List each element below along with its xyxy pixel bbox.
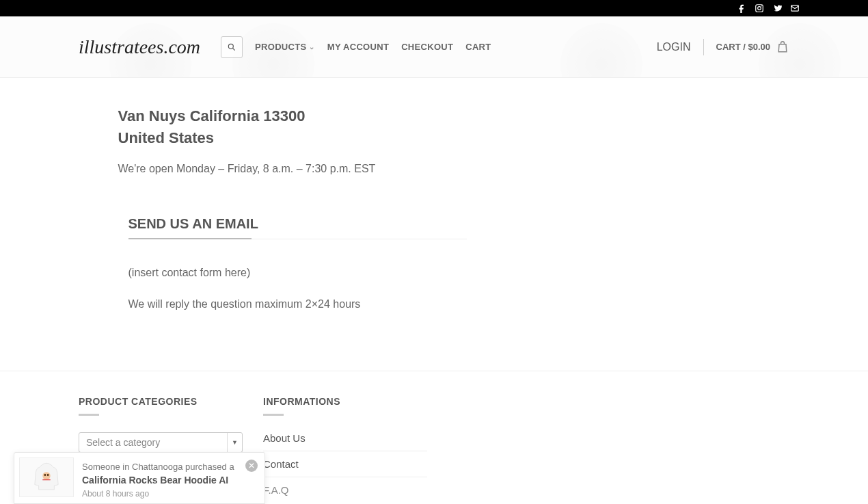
address-line-1: Van Nuys California 13300: [118, 105, 750, 127]
cart-amount: 0.00: [753, 42, 770, 52]
nav-checkout[interactable]: CHECKOUT: [401, 42, 453, 52]
hours-text: We're open Monday – Friday, 8 a.m. – 7:3…: [118, 163, 750, 175]
heading-underline: [263, 414, 284, 416]
search-icon: [227, 42, 236, 52]
info-link-about[interactable]: About Us: [263, 432, 427, 451]
sales-popup-time: About 8 hours ago: [82, 489, 260, 499]
svg-point-6: [42, 472, 50, 479]
address-block: Van Nuys California 13300 United States: [118, 105, 750, 149]
sales-popup-pre: Someone in: [82, 462, 132, 472]
heading-underline: [128, 239, 467, 239]
nav-products-label: PRODUCTS: [255, 42, 306, 52]
topbar: [0, 0, 868, 16]
cart-currency: $: [748, 42, 752, 52]
svg-point-7: [44, 474, 46, 477]
category-select-placeholder: Select a category: [86, 437, 160, 448]
dropdown-triangle-icon: ▼: [227, 433, 242, 452]
sales-popup-post: purchased a: [182, 462, 234, 472]
nav-products[interactable]: PRODUCTS ⌄: [255, 42, 315, 52]
nav-my-account[interactable]: MY ACCOUNT: [327, 42, 389, 52]
chevron-down-icon: ⌄: [309, 43, 314, 51]
info-links: About Us Contact F.A.Q: [263, 432, 427, 503]
info-heading: INFORMATIONS: [263, 396, 427, 407]
header: illustratees.com PRODUCTS ⌄ MY ACCOUNT C…: [0, 16, 868, 78]
svg-point-1: [758, 7, 761, 10]
cart-label-text: CART /: [716, 42, 748, 52]
sales-popup-text: Someone in Chattanooga purchased a Calif…: [82, 457, 260, 499]
site-logo[interactable]: illustratees.com: [79, 36, 200, 58]
contact-form-placeholder: (insert contact form here): [128, 267, 467, 279]
svg-line-5: [233, 48, 235, 50]
info-link-faq[interactable]: F.A.Q: [263, 477, 427, 503]
address-line-2: United States: [118, 127, 750, 149]
category-select[interactable]: Select a category ▼: [79, 432, 243, 453]
svg-point-2: [761, 5, 762, 6]
main-nav: PRODUCTS ⌄ MY ACCOUNT CHECKOUT CART: [221, 36, 491, 58]
email-heading: SEND US AN EMAIL: [128, 216, 467, 239]
cart-label: CART / $0.00: [716, 42, 771, 52]
info-link-contact[interactable]: Contact: [263, 451, 427, 477]
hoodie-icon: [29, 460, 64, 494]
heading-underline: [79, 414, 99, 416]
mail-icon[interactable]: [790, 3, 800, 13]
svg-point-8: [47, 474, 49, 477]
shopping-bag-icon: [776, 40, 789, 54]
svg-point-4: [228, 44, 233, 49]
footer-info-col: INFORMATIONS About Us Contact F.A.Q: [263, 396, 427, 503]
sales-popup-line1: Someone in Chattanooga purchased a: [82, 462, 260, 472]
categories-heading: PRODUCT CATEGORIES: [79, 396, 243, 407]
sales-popup-thumbnail[interactable]: [19, 457, 74, 497]
nav-right: LOGIN CART / $0.00: [657, 39, 789, 55]
close-icon: ✕: [248, 461, 255, 470]
login-link[interactable]: LOGIN: [657, 41, 691, 53]
sales-popup: Someone in Chattanooga purchased a Calif…: [14, 452, 265, 504]
reply-note: We will reply the question maximum 2×24 …: [128, 298, 467, 310]
nav-cart[interactable]: CART: [465, 42, 491, 52]
twitter-icon[interactable]: [772, 3, 782, 13]
main-content: Van Nuys California 13300 United States …: [40, 78, 829, 371]
email-section: SEND US AN EMAIL (insert contact form he…: [128, 216, 467, 310]
facebook-icon[interactable]: [737, 3, 746, 13]
search-button[interactable]: [221, 36, 243, 58]
sales-popup-product[interactable]: California Rocks Bear Hoodie AI: [82, 475, 260, 486]
sales-popup-city: Chattanooga: [132, 462, 182, 472]
instagram-icon[interactable]: [755, 3, 764, 13]
cart-link[interactable]: CART / $0.00: [716, 40, 790, 54]
nav-divider: [703, 39, 704, 55]
